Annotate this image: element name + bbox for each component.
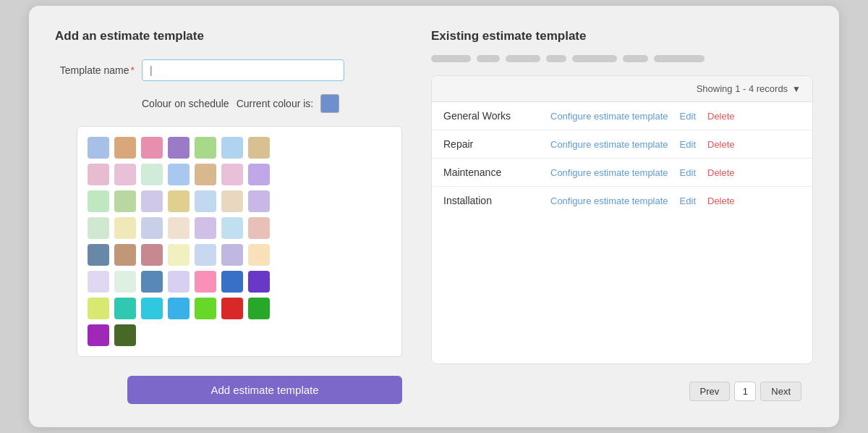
add-template-button[interactable]: Add estimate template — [127, 376, 402, 404]
left-panel: Add an estimate template Template name* … — [55, 29, 402, 404]
page-number: 1 — [734, 382, 756, 401]
colour-swatch[interactable] — [88, 164, 109, 185]
edit-link[interactable]: Edit — [680, 139, 696, 150]
colour-picker — [77, 126, 402, 357]
colour-label: Colour on schedule — [142, 98, 229, 109]
delete-link[interactable]: Delete — [707, 111, 735, 122]
colour-swatch[interactable] — [168, 190, 190, 212]
colour-swatch[interactable] — [195, 298, 216, 319]
delete-link[interactable]: Delete — [707, 167, 735, 178]
colour-swatch[interactable] — [195, 271, 216, 293]
left-section-title: Add an estimate template — [55, 29, 402, 43]
table-row: General WorksConfigure estimate template… — [432, 102, 812, 130]
colour-swatch[interactable] — [195, 164, 216, 185]
colour-swatch[interactable] — [248, 164, 270, 185]
colour-swatch[interactable] — [168, 244, 190, 266]
record-name: Installation — [443, 195, 545, 206]
right-panel: Existing estimate template Showing 1 - 4… — [431, 29, 813, 404]
colour-swatch[interactable] — [114, 244, 136, 266]
colour-swatch[interactable] — [88, 271, 109, 293]
colour-swatch[interactable] — [248, 298, 270, 319]
skeleton-bar — [572, 55, 617, 62]
colour-swatch[interactable] — [88, 244, 109, 266]
delete-link[interactable]: Delete — [707, 139, 735, 150]
edit-link[interactable]: Edit — [680, 167, 696, 178]
colour-swatch[interactable] — [88, 298, 109, 319]
row-actions: Configure estimate templateEditDelete — [550, 139, 801, 150]
colour-swatch[interactable] — [248, 190, 270, 212]
colour-swatch[interactable] — [141, 190, 163, 212]
template-name-label: Template name* — [55, 64, 135, 76]
skeleton-bar — [506, 55, 540, 62]
record-name: Repair — [443, 138, 545, 150]
right-section-title: Existing estimate template — [431, 29, 813, 43]
colour-swatch[interactable] — [248, 271, 270, 293]
colour-swatch[interactable] — [141, 244, 163, 266]
table-row: RepairConfigure estimate templateEditDel… — [432, 130, 812, 159]
colour-swatch[interactable] — [221, 164, 243, 185]
colour-swatch[interactable] — [168, 271, 190, 293]
colour-swatch[interactable] — [114, 137, 136, 159]
skeleton-bar — [431, 55, 471, 62]
current-colour-swatch — [320, 94, 339, 113]
record-name: General Works — [443, 110, 545, 122]
colour-swatch[interactable] — [221, 298, 243, 319]
template-name-input[interactable] — [142, 59, 344, 81]
configure-link[interactable]: Configure estimate template — [550, 111, 668, 122]
table-header: Showing 1 - 4 records ▼ — [432, 76, 812, 102]
colour-swatch[interactable] — [88, 137, 109, 159]
colour-swatch[interactable] — [141, 164, 163, 185]
colour-swatch[interactable] — [114, 298, 136, 319]
colour-swatch[interactable] — [195, 244, 216, 266]
colour-swatch[interactable] — [168, 298, 190, 319]
colour-swatch[interactable] — [195, 137, 216, 159]
colour-swatch[interactable] — [114, 324, 136, 346]
delete-link[interactable]: Delete — [707, 196, 735, 206]
edit-link[interactable]: Edit — [680, 196, 696, 206]
colour-swatch[interactable] — [221, 244, 243, 266]
colour-swatch[interactable] — [114, 271, 136, 293]
colour-swatch[interactable] — [141, 271, 163, 293]
colour-swatch[interactable] — [114, 164, 136, 185]
colour-swatch[interactable] — [168, 164, 190, 185]
skeleton-bar — [546, 55, 566, 62]
colour-swatch[interactable] — [88, 324, 109, 346]
colour-swatch[interactable] — [114, 217, 136, 239]
skeleton-bar — [477, 55, 500, 62]
skeleton-bar — [623, 55, 648, 62]
table-row: InstallationConfigure estimate templateE… — [432, 187, 812, 214]
colour-row: Colour on schedule Current colour is: — [142, 94, 402, 113]
colour-swatch[interactable] — [168, 137, 190, 159]
skeleton-bar — [654, 55, 705, 62]
colour-swatch[interactable] — [141, 137, 163, 159]
colour-swatch[interactable] — [88, 190, 109, 212]
colour-swatch[interactable] — [195, 217, 216, 239]
template-name-row: Template name* — [55, 59, 402, 81]
colour-swatch[interactable] — [221, 271, 243, 293]
configure-link[interactable]: Configure estimate template — [550, 167, 668, 178]
colour-swatch[interactable] — [88, 217, 109, 239]
colour-swatch[interactable] — [195, 190, 216, 212]
row-actions: Configure estimate templateEditDelete — [550, 196, 801, 206]
next-button[interactable]: Next — [760, 382, 801, 401]
row-actions: Configure estimate templateEditDelete — [550, 111, 801, 122]
prev-button[interactable]: Prev — [689, 382, 731, 401]
colour-swatch[interactable] — [248, 217, 270, 239]
colour-swatch[interactable] — [248, 137, 270, 159]
colour-swatch[interactable] — [141, 298, 163, 319]
edit-link[interactable]: Edit — [680, 111, 696, 122]
colour-swatch[interactable] — [221, 217, 243, 239]
dropdown-icon[interactable]: ▼ — [792, 84, 801, 94]
colour-swatch[interactable] — [141, 217, 163, 239]
colour-swatch[interactable] — [168, 217, 190, 239]
colour-swatch[interactable] — [221, 190, 243, 212]
colour-swatch[interactable] — [221, 137, 243, 159]
table-row: MaintenanceConfigure estimate templateEd… — [432, 159, 812, 187]
colour-swatch[interactable] — [114, 190, 136, 212]
table-body: General WorksConfigure estimate template… — [432, 102, 812, 214]
colour-swatch[interactable] — [248, 244, 270, 266]
configure-link[interactable]: Configure estimate template — [550, 139, 668, 150]
current-colour-label: Current colour is: — [237, 98, 314, 109]
configure-link[interactable]: Configure estimate template — [550, 196, 668, 206]
pagination: Prev 1 Next — [431, 373, 813, 404]
